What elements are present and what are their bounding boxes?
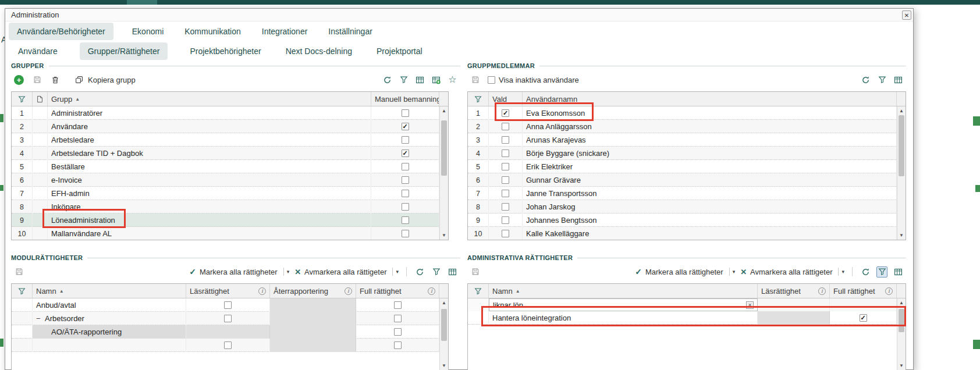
manual-staffing-checkbox[interactable] bbox=[402, 150, 409, 157]
vertical-scrollbar[interactable]: ▲ ▼ bbox=[897, 106, 906, 240]
scroll-thumb[interactable] bbox=[899, 115, 904, 176]
tab-next-docs-delning[interactable]: Next Docs-delning bbox=[283, 42, 354, 60]
scroll-down-icon[interactable]: ▼ bbox=[897, 232, 906, 239]
info-icon[interactable]: i bbox=[885, 287, 893, 295]
scroll-down-icon[interactable]: ▼ bbox=[897, 362, 906, 369]
select-all-rights-button[interactable]: ✓ Markera alla rättigheter ▾ bbox=[189, 267, 289, 276]
table-row[interactable]: 2Användare bbox=[12, 120, 448, 133]
info-icon[interactable]: i bbox=[345, 287, 352, 295]
table-row-selected[interactable]: 9Löneadministration bbox=[12, 214, 448, 227]
manual-staffing-checkbox[interactable] bbox=[402, 216, 409, 224]
tab-installningar[interactable]: Inställningar bbox=[326, 23, 375, 40]
collapse-icon[interactable]: − bbox=[36, 314, 43, 323]
table-row[interactable]: 10Mallanvändare AL bbox=[12, 227, 448, 240]
column-header-namn[interactable]: Namn▲ bbox=[33, 284, 186, 298]
tab-integrationer[interactable]: Integrationer bbox=[260, 23, 310, 40]
filter-header-icon[interactable] bbox=[12, 92, 33, 106]
table-row[interactable]: 7Janne Transportsson bbox=[468, 187, 906, 200]
manual-staffing-checkbox[interactable] bbox=[402, 109, 409, 117]
member-selected-checkbox[interactable] bbox=[502, 190, 509, 197]
table-row[interactable]: 7EFH-admin bbox=[12, 187, 448, 200]
table-row[interactable]: 3Arunas Karajevas bbox=[468, 133, 906, 147]
refresh-icon[interactable] bbox=[860, 266, 871, 278]
tab-anvandare[interactable]: Användare bbox=[16, 42, 60, 60]
scroll-up-icon[interactable]: ▲ bbox=[897, 299, 906, 307]
scroll-thumb[interactable] bbox=[441, 120, 447, 176]
scroll-up-icon[interactable]: ▲ bbox=[440, 299, 448, 307]
table-view-icon[interactable] bbox=[447, 266, 458, 278]
name-filter-input[interactable]: liknar lön ✕ bbox=[489, 298, 758, 311]
vertical-scrollbar[interactable]: ▲ ▼ bbox=[439, 106, 448, 240]
save-icon[interactable] bbox=[13, 266, 24, 278]
info-icon[interactable]: i bbox=[258, 287, 266, 295]
clear-filter-icon[interactable]: ✕ bbox=[746, 301, 754, 309]
table-row[interactable]: 8Inköpare bbox=[12, 200, 448, 214]
manual-staffing-checkbox[interactable] bbox=[402, 176, 409, 184]
column-header-namn[interactable]: Namn▲ bbox=[489, 284, 758, 298]
tab-projektportal[interactable]: Projektportal bbox=[374, 42, 425, 60]
scroll-up-icon[interactable]: ▲ bbox=[897, 107, 906, 115]
full-right-checkbox[interactable] bbox=[394, 328, 402, 336]
save-icon[interactable] bbox=[470, 74, 481, 86]
table-row[interactable]: 3Arbetsledare bbox=[12, 133, 448, 147]
table-row[interactable]: 1Administratörer bbox=[12, 106, 448, 120]
vertical-scrollbar[interactable]: ▲ ▼ bbox=[897, 298, 906, 370]
filter-header-icon[interactable] bbox=[12, 284, 33, 298]
doc-header-icon[interactable] bbox=[33, 92, 48, 106]
member-selected-checkbox[interactable] bbox=[502, 109, 509, 117]
column-header-lasrattighet[interactable]: Läsrättigheti bbox=[186, 284, 270, 298]
chevron-down-icon[interactable]: ▾ bbox=[729, 268, 736, 276]
copy-group-button[interactable]: Kopiera grupp bbox=[73, 74, 136, 86]
table-view-icon[interactable] bbox=[414, 74, 425, 86]
table-view-icon[interactable] bbox=[893, 266, 904, 278]
filter-header-icon[interactable] bbox=[468, 284, 489, 298]
add-group-button[interactable]: + bbox=[13, 74, 24, 86]
read-right-checkbox[interactable] bbox=[224, 315, 232, 322]
delete-group-icon[interactable] bbox=[49, 74, 61, 86]
table-row[interactable]: AO/ÄTA-rapportering bbox=[12, 325, 448, 339]
table-row[interactable]: Hantera löneintegration bbox=[468, 311, 906, 325]
column-header-full-rattighet[interactable]: Full rättigheti bbox=[830, 284, 897, 298]
show-inactive-users-toggle[interactable]: Visa inaktiva användare bbox=[488, 76, 579, 84]
table-row[interactable]: 6Gunnar Grävare bbox=[468, 173, 906, 187]
manual-staffing-checkbox[interactable] bbox=[402, 136, 409, 144]
tab-kommunikation[interactable]: Kommunikation bbox=[182, 23, 243, 40]
read-right-checkbox[interactable] bbox=[224, 341, 232, 349]
read-filter-cell[interactable] bbox=[758, 298, 830, 311]
member-selected-checkbox[interactable] bbox=[502, 203, 509, 211]
vertical-scrollbar[interactable]: ▲ ▼ bbox=[439, 298, 448, 370]
filter-icon[interactable] bbox=[876, 74, 887, 86]
column-header-full-rattighet[interactable]: Full rättigheti bbox=[356, 284, 439, 298]
tab-projektbehorigheter[interactable]: Projektbehörigheter bbox=[187, 42, 263, 60]
manual-staffing-checkbox[interactable] bbox=[402, 203, 409, 211]
member-selected-checkbox[interactable] bbox=[502, 123, 509, 130]
manual-staffing-checkbox[interactable] bbox=[402, 123, 409, 130]
column-header-grupp[interactable]: Grupp▲ bbox=[48, 92, 371, 106]
table-view-icon[interactable] bbox=[893, 74, 904, 86]
save-icon[interactable] bbox=[31, 74, 42, 86]
member-selected-checkbox[interactable] bbox=[502, 176, 509, 184]
manual-staffing-checkbox[interactable] bbox=[402, 190, 409, 197]
column-header-lasrattighet[interactable]: Läsrättigheti bbox=[758, 284, 830, 298]
full-right-checkbox[interactable] bbox=[860, 314, 867, 322]
table-row[interactable]: −Arbetsorder bbox=[12, 312, 448, 325]
table-row[interactable]: 2Anna Anläggarsson bbox=[468, 120, 906, 133]
member-selected-checkbox[interactable] bbox=[502, 136, 509, 144]
scroll-up-icon[interactable]: ▲ bbox=[440, 107, 448, 115]
show-inactive-checkbox[interactable] bbox=[488, 76, 495, 84]
filter-header-icon[interactable] bbox=[468, 92, 489, 106]
table-row[interactable]: 10Kalle Kakelläggare bbox=[468, 227, 906, 240]
scroll-thumb[interactable] bbox=[899, 309, 904, 332]
table-row[interactable]: 4Börje Byggare (snickare) bbox=[468, 147, 906, 160]
chevron-down-icon[interactable]: ▾ bbox=[283, 268, 290, 276]
favorite-icon[interactable]: ☆ bbox=[447, 74, 458, 86]
tab-grupper-rattigheter[interactable]: Grupper/Rättigheter bbox=[80, 42, 168, 60]
filter-icon-active[interactable] bbox=[876, 266, 887, 278]
member-selected-checkbox[interactable] bbox=[502, 216, 509, 224]
info-icon[interactable]: i bbox=[428, 287, 435, 295]
table-row[interactable]: 4Arbetsledare TID + Dagbok bbox=[12, 147, 448, 160]
refresh-icon[interactable] bbox=[414, 266, 425, 278]
table-row[interactable]: 9Johannes Bengtsson bbox=[468, 214, 906, 227]
member-selected-checkbox[interactable] bbox=[502, 230, 509, 237]
table-row[interactable]: 1Eva Ekonomsson bbox=[468, 106, 906, 120]
